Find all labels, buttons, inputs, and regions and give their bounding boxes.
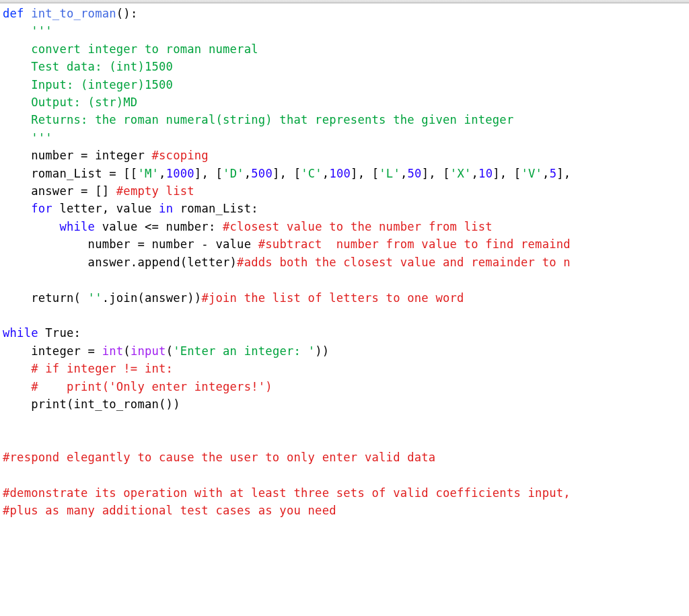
code-line: )) (315, 344, 329, 358)
bracket: ] (273, 167, 280, 180)
comment: #closest value to the number from list (223, 220, 493, 233)
number-literal: 50 (408, 167, 422, 180)
comment: #adds both the closest value and remaind… (237, 256, 571, 269)
code-line: .join(answer)) (102, 291, 202, 305)
docstring-open: ''' (31, 24, 52, 38)
code-line: letter, value (52, 202, 159, 215)
keyword-in: in (159, 202, 173, 215)
comment: #demonstrate its operation with at least… (3, 486, 571, 500)
sep: , (542, 167, 550, 180)
comment: # if integer != int: (31, 362, 173, 375)
code-line: number = integer (31, 149, 151, 162)
sep: , (472, 167, 479, 180)
function-name: int_to_roman (31, 7, 116, 20)
sep: , (322, 167, 330, 180)
builtin-input: input (131, 344, 166, 358)
string-literal: 'V' (521, 167, 542, 180)
code-line: answer = [] (31, 184, 116, 198)
code-line: print(int_to_roman()) (31, 397, 180, 411)
bracket: ] (556, 167, 564, 180)
comment: # print('Only enter integers!') (31, 380, 273, 393)
comment: #subtract number from value to find rema… (258, 237, 571, 251)
docstring-line: Test data: (int)1500 (31, 60, 173, 73)
docstring-line: Returns: the roman numeral(string) that … (31, 113, 513, 126)
string-literal: 'X' (450, 167, 472, 180)
keyword-def: def (3, 7, 24, 20)
comment: #plus as many additional test cases as y… (3, 504, 336, 517)
comment: #empty list (116, 184, 194, 198)
parens: (): (116, 7, 138, 20)
bracket: [ (294, 167, 301, 180)
bracket: ] (422, 167, 429, 180)
code-line: True: (38, 326, 81, 340)
bracket: ] (194, 167, 202, 180)
docstring-line: Output: (str)MD (31, 95, 137, 109)
number-literal: 1000 (166, 167, 194, 180)
sep: , (280, 167, 294, 180)
comment: #respond elegantly to cause the user to … (3, 451, 435, 464)
number-literal: 5 (550, 167, 557, 180)
code-line: ( (123, 344, 131, 358)
builtin-int: int (102, 344, 124, 358)
code-line: number = number - value (88, 237, 258, 251)
string-literal: 'D' (223, 167, 244, 180)
code-line: return( (31, 291, 87, 305)
string-literal: 'Enter an integer: ' (173, 344, 315, 358)
docstring-line: Input: (integer)1500 (31, 78, 173, 91)
comment: #join the list of letters to one word (201, 291, 464, 305)
bracket: ] (493, 167, 500, 180)
code-line: value <= number: (95, 220, 223, 233)
string-literal: 'C' (301, 167, 322, 180)
bracket: [ (443, 167, 450, 180)
number-literal: 100 (329, 167, 351, 180)
bracket: [ (372, 167, 379, 180)
keyword-for: for (31, 202, 52, 215)
sep: , (400, 167, 408, 180)
code-editor-content: def int_to_roman(): ''' convert integer … (0, 3, 689, 520)
code-line: integer = (31, 344, 102, 358)
sep: , (244, 167, 252, 180)
sep: , (201, 167, 215, 180)
keyword-while: while (59, 220, 95, 233)
code-line: roman_List: (173, 202, 258, 215)
bracket: ] (351, 167, 358, 180)
sep: , (159, 167, 166, 180)
sep: , (500, 167, 514, 180)
code-line: ( (166, 344, 174, 358)
code-line: roman_List = [[ (31, 167, 137, 180)
docstring-line: convert integer to roman numeral (31, 42, 258, 56)
string-literal: '' (88, 291, 102, 305)
keyword-while: while (3, 326, 38, 340)
bracket: [ (514, 167, 521, 180)
code-line: answer.append(letter) (88, 256, 238, 269)
sep: , (564, 167, 571, 180)
string-literal: 'L' (379, 167, 400, 180)
sep: , (429, 167, 443, 180)
sep: , (358, 167, 372, 180)
string-literal: 'M' (137, 167, 159, 180)
number-literal: 500 (251, 167, 273, 180)
comment: #scoping (152, 149, 209, 162)
number-literal: 10 (478, 167, 493, 180)
bracket: [ (216, 167, 223, 180)
docstring-close: ''' (31, 131, 52, 145)
